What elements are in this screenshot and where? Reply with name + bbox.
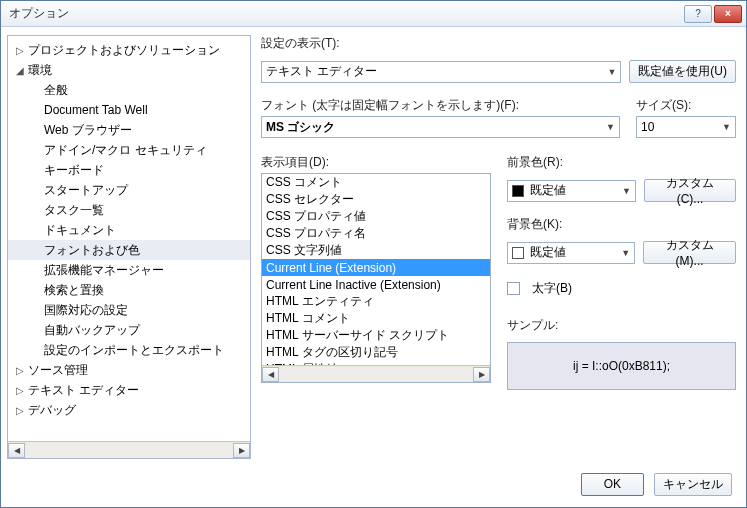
tree-item[interactable]: 拡張機能マネージャー	[8, 260, 250, 280]
help-button[interactable]: ?	[684, 5, 712, 23]
cancel-button[interactable]: キャンセル	[654, 473, 732, 496]
tree-label: 自動バックアップ	[42, 322, 140, 339]
display-items-label: 表示項目(D):	[261, 154, 491, 171]
tree-label: 環境	[26, 62, 52, 79]
show-settings-dropdown[interactable]: テキスト エディター▼	[261, 61, 621, 83]
bold-checkbox[interactable]	[507, 282, 520, 295]
custom-fg-button[interactable]: カスタム(C)...	[644, 179, 736, 202]
bold-label: 太字(B)	[532, 280, 572, 297]
chevron-down-icon: ▼	[622, 186, 631, 196]
tree-item[interactable]: ▷デバッグ	[8, 400, 250, 420]
tree-twisty-icon: ▷	[14, 385, 26, 396]
ok-button[interactable]: OK	[581, 473, 644, 496]
tree-label: テキスト エディター	[26, 382, 139, 399]
list-item[interactable]: Current Line (Extension)	[262, 259, 490, 276]
tree-item[interactable]: ドキュメント	[8, 220, 250, 240]
tree-label: ドキュメント	[42, 222, 116, 239]
tree-label: フォントおよび色	[42, 242, 140, 259]
tree-label: ソース管理	[26, 362, 88, 379]
tree-item[interactable]: ▷テキスト エディター	[8, 380, 250, 400]
font-dropdown[interactable]: MS ゴシック▼	[261, 116, 620, 138]
tree-label: デバッグ	[26, 402, 76, 419]
color-swatch	[512, 185, 524, 197]
foreground-dropdown[interactable]: 既定値▼	[507, 180, 636, 202]
custom-bg-button[interactable]: カスタム(M)...	[643, 241, 736, 264]
dialog-footer: OK キャンセル	[1, 463, 746, 507]
tree-item[interactable]: ▷プロジェクトおよびソリューション	[8, 40, 250, 60]
tree-twisty-icon: ▷	[14, 45, 26, 56]
chevron-down-icon: ▼	[607, 67, 616, 77]
scroll-left-icon[interactable]: ◀	[8, 443, 25, 458]
list-item[interactable]: CSS プロパティ値	[262, 208, 490, 225]
list-item[interactable]: CSS 文字列値	[262, 242, 490, 259]
close-button[interactable]: ×	[714, 5, 742, 23]
scroll-right-icon[interactable]: ▶	[233, 443, 250, 458]
font-label: フォント (太字は固定幅フォントを示します)(F):	[261, 97, 620, 114]
tree-label: アドイン/マクロ セキュリティ	[42, 142, 207, 159]
tree-twisty-icon: ◢	[14, 65, 26, 76]
list-item[interactable]: CSS セレクター	[262, 191, 490, 208]
list-item[interactable]: HTML サーバーサイド スクリプト	[262, 327, 490, 344]
tree-item[interactable]: フォントおよび色	[8, 240, 250, 260]
chevron-down-icon: ▼	[621, 248, 630, 258]
tree-item[interactable]: ▷ソース管理	[8, 360, 250, 380]
tree-twisty-icon: ▷	[14, 365, 26, 376]
tree-label: 全般	[42, 82, 68, 99]
tree-item[interactable]: Web ブラウザー	[8, 120, 250, 140]
show-settings-label: 設定の表示(T):	[261, 35, 736, 52]
tree-item[interactable]: タスク一覧	[8, 200, 250, 220]
tree-label: プロジェクトおよびソリューション	[26, 42, 220, 59]
tree-item[interactable]: 全般	[8, 80, 250, 100]
tree-item[interactable]: Document Tab Well	[8, 100, 250, 120]
tree-label: スタートアップ	[42, 182, 128, 199]
tree-hscrollbar[interactable]: ◀ ▶	[8, 441, 250, 458]
use-defaults-button[interactable]: 既定値を使用(U)	[629, 60, 736, 83]
sample-label: サンプル:	[507, 317, 736, 334]
size-label: サイズ(S):	[636, 97, 736, 114]
list-item[interactable]: CSS コメント	[262, 174, 490, 191]
tree-item[interactable]: 設定のインポートとエクスポート	[8, 340, 250, 360]
sample-box: ij = I::oO(0xB811);	[507, 342, 736, 390]
category-tree[interactable]: ▷プロジェクトおよびソリューション◢環境全般Document Tab WellW…	[7, 35, 251, 459]
scroll-left-icon[interactable]: ◀	[262, 367, 279, 382]
tree-item[interactable]: スタートアップ	[8, 180, 250, 200]
background-dropdown[interactable]: 既定値▼	[507, 242, 635, 264]
foreground-label: 前景色(R):	[507, 154, 736, 171]
tree-item[interactable]: ◢環境	[8, 60, 250, 80]
color-swatch	[512, 247, 524, 259]
chevron-down-icon: ▼	[606, 122, 615, 132]
options-dialog: オプション ? × ▷プロジェクトおよびソリューション◢環境全般Document…	[0, 0, 747, 508]
tree-label: 検索と置換	[42, 282, 104, 299]
list-item[interactable]: Current Line Inactive (Extension)	[262, 276, 490, 293]
background-label: 背景色(K):	[507, 216, 736, 233]
tree-item[interactable]: 検索と置換	[8, 280, 250, 300]
chevron-down-icon: ▼	[722, 122, 731, 132]
tree-label: タスク一覧	[42, 202, 104, 219]
tree-item[interactable]: 国際対応の設定	[8, 300, 250, 320]
tree-label: キーボード	[42, 162, 104, 179]
tree-label: 設定のインポートとエクスポート	[42, 342, 224, 359]
tree-twisty-icon: ▷	[14, 405, 26, 416]
listbox-hscrollbar[interactable]: ◀ ▶	[262, 365, 490, 382]
tree-item[interactable]: キーボード	[8, 160, 250, 180]
tree-item[interactable]: アドイン/マクロ セキュリティ	[8, 140, 250, 160]
tree-label: Document Tab Well	[42, 103, 148, 117]
size-dropdown[interactable]: 10▼	[636, 116, 736, 138]
list-item[interactable]: CSS プロパティ名	[262, 225, 490, 242]
window-title: オプション	[9, 5, 684, 22]
titlebar: オプション ? ×	[1, 1, 746, 27]
list-item[interactable]: HTML タグの区切り記号	[262, 344, 490, 361]
list-item[interactable]: HTML コメント	[262, 310, 490, 327]
tree-label: 拡張機能マネージャー	[42, 262, 164, 279]
scroll-right-icon[interactable]: ▶	[473, 367, 490, 382]
list-item[interactable]: HTML エンティティ	[262, 293, 490, 310]
tree-label: 国際対応の設定	[42, 302, 128, 319]
tree-label: Web ブラウザー	[42, 122, 132, 139]
tree-item[interactable]: 自動バックアップ	[8, 320, 250, 340]
display-items-listbox[interactable]: CSS コメントCSS セレクターCSS プロパティ値CSS プロパティ名CSS…	[261, 173, 491, 383]
